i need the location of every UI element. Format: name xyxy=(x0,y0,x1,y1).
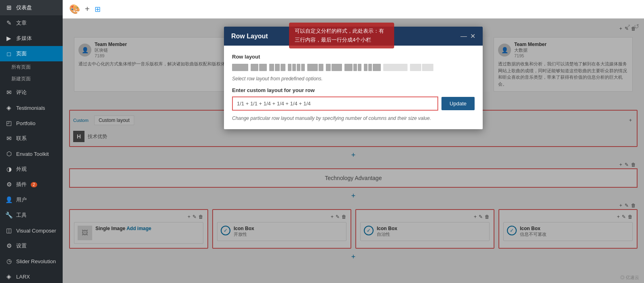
custom-input-section: Enter custom layout for your row Update xyxy=(232,87,475,111)
preset-half-q-q[interactable] xyxy=(344,64,361,71)
layout-presets xyxy=(232,64,475,71)
preset-wide2-bar1 xyxy=(410,64,421,71)
preset-q-q-half[interactable] xyxy=(364,64,381,71)
preset-wide1-bar xyxy=(383,64,408,71)
testimonials-icon: ◈ xyxy=(5,104,13,111)
sidebar-item-testimonials[interactable]: ◈ Testimonials xyxy=(0,100,63,115)
preset-4col-bar4 xyxy=(301,64,305,71)
preset-4col[interactable] xyxy=(288,64,305,71)
sidebar-subitem-allpages[interactable]: 所有页面 xyxy=(0,61,63,73)
preset-2-1-bar1 xyxy=(307,64,318,71)
preset-2col[interactable] xyxy=(251,64,267,71)
preset-2-1[interactable] xyxy=(307,64,323,71)
preset-half-q-q-b3 xyxy=(358,64,361,71)
sidebar-item-pages[interactable]: □ 页面 xyxy=(0,46,63,61)
preset-wide2[interactable] xyxy=(410,64,433,71)
sidebar-label-plugins: 插件 xyxy=(16,181,27,188)
preset-1col[interactable] xyxy=(232,64,248,71)
sidebar-item-portfolio[interactable]: ◰ Portfolio xyxy=(0,115,63,131)
plugins-icon: ⚙ xyxy=(5,181,13,188)
comments-icon: ✉ xyxy=(5,89,13,96)
preset-4col-bar2 xyxy=(292,64,296,71)
sidebar-item-larx[interactable]: ◈ LARX xyxy=(0,269,63,283)
callout-annotation: 可以自定义分栏的样式，此处表示：有三行内容，最后一行分成4个小栏 xyxy=(289,27,394,48)
sidebar-item-articles[interactable]: ✎ 文章 xyxy=(0,15,63,31)
sidebar-label-testimonials: Testimonials xyxy=(16,105,45,111)
modal-overlay: Row Layout — ✕ 可以自定义分栏的样式，此处表示：有三行内容，最后一… xyxy=(63,19,644,283)
sidebar-label-tools: 工具 xyxy=(16,212,27,219)
preset-3col[interactable] xyxy=(269,64,285,71)
sidebar-item-visual-composer[interactable]: ◫ Visual Composer xyxy=(0,223,63,238)
appearance-icon: ◑ xyxy=(5,166,13,173)
modal-minimize-btn[interactable]: — xyxy=(460,33,467,40)
sidebar-item-dashboard[interactable]: ⊞ 仪表盘 xyxy=(0,0,63,15)
preset-2col-bar2 xyxy=(259,64,267,71)
sidebar-item-settings[interactable]: ⚙ 设置 xyxy=(0,238,63,254)
preset-half-q-q-b1 xyxy=(344,64,353,71)
sidebar-item-appearance[interactable]: ◑ 外观 xyxy=(0,161,63,177)
update-button[interactable]: Update xyxy=(441,97,475,110)
envato-icon: ⬡ xyxy=(5,150,13,157)
portfolio-icon: ◰ xyxy=(5,119,13,127)
preset-2-1-bar2 xyxy=(319,64,323,71)
sidebar-label-larx: LARX xyxy=(16,274,30,280)
sidebar-label-users: 用户 xyxy=(16,196,27,203)
preset-1-2[interactable] xyxy=(326,64,342,71)
sidebar-label-comments: 评论 xyxy=(16,89,27,96)
preset-1col-bar xyxy=(232,64,248,71)
sidebar-label-dashboard: 仪表盘 xyxy=(16,4,32,11)
preset-wide1[interactable] xyxy=(383,64,408,71)
pages-icon: □ xyxy=(5,50,13,57)
modal-header: Row Layout — ✕ 可以自定义分栏的样式，此处表示：有三行内容，最后一… xyxy=(224,27,483,46)
grid-button[interactable]: ⊞ xyxy=(95,5,101,14)
larx-icon: ◈ xyxy=(5,273,13,280)
preset-4col-bar3 xyxy=(297,64,300,71)
topbar: 🎨 + ⊞ xyxy=(63,0,644,19)
sidebar-label-portfolio: Portfolio xyxy=(16,120,36,126)
preset-3col-bar3 xyxy=(281,64,285,71)
links-icon: ✉ xyxy=(5,135,13,142)
preset-half-q-q-b2 xyxy=(353,64,357,71)
sidebar-item-plugins[interactable]: ⚙ 插件 2 xyxy=(0,177,63,192)
modal-close-btn[interactable]: ✕ xyxy=(470,32,475,40)
sidebar-label-slider: Slider Revolution xyxy=(16,258,56,264)
custom-layout-input[interactable] xyxy=(232,96,438,111)
modal-hint: Select row layout from predefined option… xyxy=(232,76,475,82)
plugins-badge: 2 xyxy=(31,182,37,187)
custom-input-row: Update xyxy=(232,96,475,111)
sidebar-subitem-newpage[interactable]: 新建页面 xyxy=(0,73,63,85)
sidebar-item-media[interactable]: ▶ 多媒体 xyxy=(0,31,63,46)
sidebar-label-vc: Visual Composer xyxy=(16,228,56,234)
modal-controls: — ✕ xyxy=(460,32,475,40)
preset-1-2-bar1 xyxy=(326,64,331,71)
preset-q-q-half-b3 xyxy=(373,64,381,71)
sidebar: ⊞ 仪表盘 ✎ 文章 ▶ 多媒体 □ 页面 所有页面 新建页面 ✉ 评论 ◈ T… xyxy=(0,0,63,283)
preset-3col-bar1 xyxy=(269,64,274,71)
sidebar-item-envato[interactable]: ⬡ Envato Toolkit xyxy=(0,146,63,161)
main-area: 🎨 + ⊞ ⤢ ↺ + ✎ 🗑 👤 Team xyxy=(63,0,644,283)
custom-input-label: Enter custom layout for your row xyxy=(232,87,475,93)
row-layout-modal: Row Layout — ✕ 可以自定义分栏的样式，此处表示：有三行内容，最后一… xyxy=(224,27,483,129)
modal-title: Row Layout xyxy=(231,33,268,40)
sidebar-item-comments[interactable]: ✉ 评论 xyxy=(0,85,63,100)
tools-icon: 🔧 xyxy=(5,212,13,219)
modal-section-title: Row layout xyxy=(232,54,475,60)
preset-1-2-bar2 xyxy=(332,64,342,71)
logo: 🎨 xyxy=(69,4,80,15)
sidebar-item-links[interactable]: ✉ 联系 xyxy=(0,131,63,146)
sidebar-label-media: 多媒体 xyxy=(16,35,32,42)
preset-wide2-bar2 xyxy=(422,64,433,71)
add-button[interactable]: + xyxy=(85,4,90,14)
modal-footer-hint: Change particular row layout manually by… xyxy=(232,115,475,121)
sidebar-label-links: 联系 xyxy=(16,135,27,142)
sidebar-item-tools[interactable]: 🔧 工具 xyxy=(0,208,63,223)
sidebar-item-slider[interactable]: ◷ Slider Revolution xyxy=(0,254,63,269)
articles-icon: ✎ xyxy=(5,19,13,27)
sidebar-item-users[interactable]: 👤 用户 xyxy=(0,192,63,208)
preset-q-q-half-b2 xyxy=(368,64,372,71)
preset-3col-bar2 xyxy=(275,64,280,71)
editor-area: ⤢ ↺ + ✎ 🗑 👤 Team Member 区块链 7189 xyxy=(63,19,644,283)
media-icon: ▶ xyxy=(5,35,13,42)
sidebar-label-pages: 页面 xyxy=(16,50,27,57)
users-icon: 👤 xyxy=(5,196,13,203)
